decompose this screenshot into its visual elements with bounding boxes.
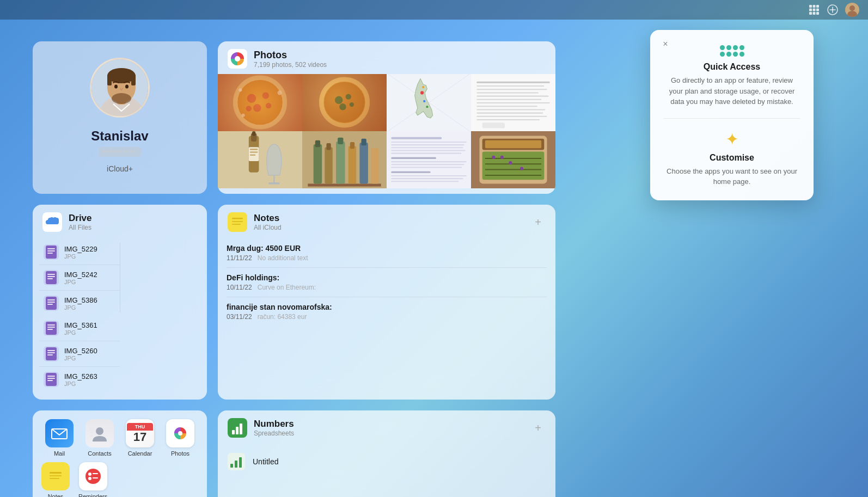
file-icon [44,372,59,387]
note-date: 10/11/22 [227,284,252,291]
svg-rect-99 [391,161,466,162]
svg-rect-142 [47,378,55,379]
photo-board[interactable] [471,131,555,188]
app-label: Reminders [78,493,107,497]
svg-rect-157 [50,478,59,479]
add-icon[interactable] [827,4,839,16]
photo-text1[interactable] [471,74,555,131]
profile-badge[interactable]: iCloud+ [107,164,133,173]
photo-pizza2[interactable] [302,74,387,131]
app-item-reminders[interactable]: Reminders [78,462,107,497]
svg-rect-88 [359,143,368,183]
svg-rect-146 [232,221,243,222]
app-item-notes[interactable]: Notes [41,462,70,497]
svg-rect-127 [47,278,53,279]
svg-rect-86 [349,146,356,183]
svg-rect-63 [476,109,545,110]
svg-point-34 [246,106,252,111]
svg-rect-134 [47,327,55,328]
svg-rect-94 [391,144,464,145]
svg-rect-135 [47,329,53,330]
svg-rect-133 [47,324,55,326]
file-info: IMG_5260 JPG [64,347,115,361]
svg-rect-124 [46,271,57,284]
file-item[interactable]: IMG_5361 JPG [39,316,120,341]
grid-icon[interactable] [808,4,820,16]
file-item[interactable]: IMG_5260 JPG [39,341,120,367]
apps-row2: Notes Reminders [41,462,198,497]
numbers-card-header: Numbers Spreadsheets + [218,410,555,442]
svg-rect-59 [476,96,548,97]
bottom-row: Mail Contacts [33,410,555,497]
notes-card: Notes All iCloud + Mrga dug: 4500 EUR 11… [218,205,555,400]
file-ext: JPG [64,253,115,260]
svg-rect-126 [47,276,55,277]
svg-point-37 [278,90,282,95]
svg-rect-6 [809,12,812,15]
svg-point-158 [85,469,101,484]
svg-rect-166 [240,424,242,434]
svg-rect-83 [326,143,331,150]
svg-rect-101 [391,167,462,168]
note-item[interactable]: Mrga dug: 4500 EUR 11/11/22 No additiona… [227,238,547,268]
svg-rect-164 [232,430,235,434]
app-item-mail[interactable]: Mail [41,419,77,457]
photos-title: Photos [254,50,546,61]
svg-rect-60 [476,99,541,100]
file-icon [44,244,59,260]
file-item[interactable]: IMG_5229 JPG [39,240,120,265]
avatar[interactable] [845,3,859,17]
notes-items: Mrga dug: 4500 EUR 11/11/22 No additiona… [218,236,555,334]
svg-rect-77 [268,182,280,184]
popup-close-button[interactable]: × [659,38,672,51]
file-item[interactable]: IMG_5263 JPG [39,367,120,392]
svg-point-36 [239,88,242,91]
svg-rect-8 [816,12,819,15]
photo-text2[interactable] [387,131,471,188]
file-item[interactable]: IMG_5386 JPG [39,291,120,316]
svg-rect-109 [485,140,541,148]
app-label: Notes [48,493,64,497]
file-name: IMG_5260 [64,347,115,355]
svg-rect-105 [391,181,459,182]
numbers-add-button[interactable]: + [530,420,546,435]
note-item[interactable]: DeFi holdings: 10/11/22 Curve on Ethereu… [227,268,547,297]
svg-point-26 [235,56,240,62]
notes-add-button[interactable]: + [530,214,546,230]
notes-title: Notes [254,213,524,224]
svg-rect-122 [47,250,55,251]
customise-section: ✦ Customise Choose the apps you want to … [663,130,800,187]
file-icon [44,346,59,361]
notes-subtitle: All iCloud [254,224,524,231]
app-item-contacts[interactable]: Contacts [82,419,118,457]
numbers-item[interactable]: Untitled [227,446,547,477]
file-ext: JPG [64,355,115,361]
notes-title-group: Notes All iCloud [254,213,524,231]
photo-wine[interactable] [218,131,302,188]
svg-rect-96 [391,150,465,151]
svg-rect-104 [391,178,463,179]
svg-rect-2 [816,5,819,8]
svg-rect-80 [314,144,322,183]
svg-rect-123 [47,253,53,254]
app-item-calendar[interactable]: THU 17 Calendar [122,419,158,457]
photo-bottles[interactable] [302,131,387,188]
note-item[interactable]: financije stan novomarofska: 03/11/22 ra… [227,297,547,326]
svg-point-30 [247,94,256,103]
num-info: Untitled [253,457,547,466]
svg-point-161 [88,477,91,480]
photo-pizza1[interactable] [218,74,302,131]
contacts-icon [85,419,114,447]
svg-rect-121 [47,248,55,249]
svg-point-24 [125,85,129,89]
drive-card: Drive All Files [33,205,207,400]
svg-rect-87 [350,142,354,149]
svg-point-38 [241,114,244,117]
svg-rect-75 [250,155,255,156]
app-item-photos[interactable]: Photos [162,419,198,457]
svg-point-159 [88,473,91,476]
svg-rect-153 [90,435,93,437]
file-item[interactable]: IMG_5242 JPG [39,265,120,291]
quick-access-description: Go directly to an app or feature, review… [663,75,800,107]
photo-map[interactable] [387,74,471,131]
